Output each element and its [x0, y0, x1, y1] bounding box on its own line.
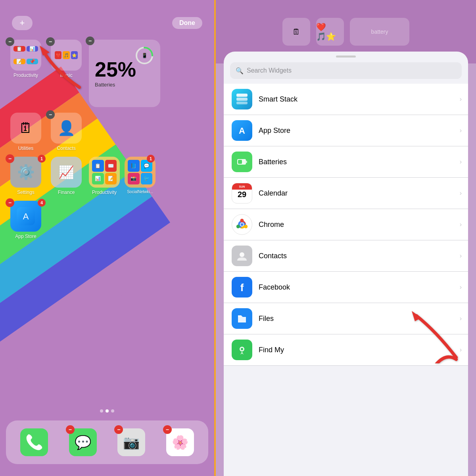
svg-text:f: f: [240, 282, 244, 294]
done-button[interactable]: Done: [172, 17, 202, 29]
widget-item-contacts[interactable]: Contacts ›: [224, 240, 468, 272]
settings-wrap[interactable]: − ⚙️ 1 Settings: [8, 157, 44, 195]
productivity2-folder-icon: 📋 ✉️ 📊 📝: [89, 157, 120, 188]
appstore-icon: A: [10, 201, 41, 232]
remove-dot-messages[interactable]: −: [66, 425, 75, 434]
svg-rect-11: [246, 161, 247, 163]
remove-dot-photos[interactable]: −: [163, 425, 172, 434]
chrome-icon: [232, 214, 252, 235]
chrome-svg: [234, 217, 250, 232]
contacts-wrap[interactable]: − 👤 Contacts: [48, 113, 84, 151]
left-panel: + Done − 📋 📊 📝 📌 Productivity: [0, 0, 214, 476]
facebook-svg: f: [236, 281, 248, 294]
preview-icon-1: 🗓: [282, 18, 310, 46]
dock-messages-wrap: − 💬: [69, 428, 97, 456]
widget-item-facebook[interactable]: f Facebook ›: [224, 272, 468, 303]
folder-mini-1: 📋: [13, 46, 25, 52]
facebook-icon: f: [232, 277, 252, 298]
remove-dot-batteries[interactable]: −: [86, 36, 94, 45]
social-label: SocialNetwki...: [127, 190, 153, 194]
widget-item-app-store[interactable]: A App Store ›: [224, 115, 468, 146]
folder-mini-2: 📊: [27, 46, 38, 52]
music-folder-wrap[interactable]: − ❤️ 🎵 ⭐ Music: [48, 40, 84, 78]
remove-dot-appstore[interactable]: −: [6, 198, 14, 207]
search-icon: 🔍: [236, 67, 244, 75]
remove-dot-music[interactable]: −: [46, 37, 55, 46]
remove-dot-settings[interactable]: −: [6, 154, 14, 163]
svg-text:A: A: [23, 211, 29, 221]
files-icon: [232, 308, 252, 329]
finance-wrap[interactable]: 📈 Finance: [48, 157, 84, 195]
widget-item-calendar[interactable]: SUN 29 Calendar ›: [224, 178, 468, 209]
widget-list: Smart Stack › A App Store ›: [224, 84, 468, 476]
find-my-name: Find My: [259, 346, 284, 354]
calendar-name: Calendar: [259, 189, 288, 198]
batteries-chevron: ›: [460, 158, 462, 165]
utilities-label: Utilities: [18, 146, 34, 151]
battery-widget-label: Batteries: [95, 82, 115, 88]
facebook-name: Facebook: [259, 283, 290, 292]
calendar-day: SUN: [239, 185, 245, 188]
row-3: − ⚙️ 1 Settings 📈 Finance 📋 ✉️ 📊: [8, 157, 206, 195]
svg-point-20: [240, 252, 244, 257]
files-svg: [236, 312, 248, 325]
social-wrap[interactable]: 1 📘 💬 📸 🐦 SocialNetwki...: [125, 157, 155, 194]
widget-item-batteries[interactable]: Batteries ›: [224, 146, 468, 178]
widget-item-smart-stack[interactable]: Smart Stack ›: [224, 84, 468, 115]
svg-rect-6: [236, 94, 248, 97]
batteries-widget[interactable]: − 📱 25% Batteries: [89, 40, 160, 107]
utilities-wrap[interactable]: 🗓 Utilities: [8, 113, 44, 151]
add-widget-button[interactable]: +: [12, 16, 33, 30]
top-bar: + Done: [0, 16, 214, 30]
widget-item-chrome[interactable]: Chrome ›: [224, 209, 468, 240]
dock-phone[interactable]: 📞: [20, 428, 48, 456]
page-dots: [0, 409, 214, 413]
dot-1: [100, 409, 103, 413]
dock: 📞 − 💬 − 📷 − 🌸: [6, 420, 208, 464]
p2-mini-4: 📝: [105, 173, 117, 185]
dot-2-active: [106, 409, 109, 413]
finance-label: Finance: [58, 190, 75, 195]
svg-point-15: [240, 219, 244, 223]
find-my-icon: [232, 340, 252, 360]
calendar-top: SUN: [232, 183, 252, 190]
app-store-chevron: ›: [460, 127, 462, 134]
productivity2-label: Productivity: [92, 190, 117, 195]
svg-point-17: [236, 225, 240, 228]
contacts-icon: 👤: [51, 113, 82, 144]
remove-dot-contacts[interactable]: −: [46, 110, 55, 119]
batteries-list-name: Batteries: [259, 158, 287, 166]
search-bar[interactable]: 🔍 Search Widgets: [230, 62, 462, 79]
remove-dot-productivity[interactable]: −: [6, 37, 14, 46]
settings-badge: 1: [38, 155, 46, 163]
app-grid: − 📋 📊 📝 📌 Productivity − ❤️ 🎵 ⭐ Music: [8, 40, 206, 245]
music-label: Music: [60, 73, 72, 78]
svg-rect-8: [236, 102, 248, 104]
app-store-svg: A: [236, 124, 248, 137]
music-mini-star: ⭐: [71, 51, 78, 59]
dot-3: [111, 409, 114, 413]
smart-stack-name: Smart Stack: [259, 95, 298, 104]
svg-point-23: [241, 348, 243, 350]
right-panel: 🗓 ❤️🎵⭐ battery 🔍 Search Widgets: [216, 0, 476, 476]
dock-camera-wrap: − 📷: [117, 428, 145, 456]
contacts-svg: [236, 250, 248, 262]
facebook-chevron: ›: [460, 284, 462, 291]
widget-item-files[interactable]: Files ›: [224, 303, 468, 334]
appstore-label: App Store: [15, 234, 36, 239]
svg-text:A: A: [239, 126, 245, 136]
p2-mini-1: 📋: [92, 160, 104, 172]
battery-percent-value: 25%: [95, 59, 136, 80]
dock-photos-wrap: − 🌸: [166, 428, 194, 456]
files-chevron: ›: [460, 315, 462, 322]
sn-mini-1: 📘: [128, 160, 140, 172]
widget-item-find-my[interactable]: Find My ›: [224, 334, 468, 366]
search-placeholder: Search Widgets: [247, 67, 292, 74]
contacts-chevron: ›: [460, 252, 462, 259]
files-name: Files: [259, 315, 274, 323]
appstore-wrap[interactable]: − A 4 App Store: [8, 201, 44, 239]
chrome-name: Chrome: [259, 221, 284, 229]
productivity-folder-wrap[interactable]: − 📋 📊 📝 📌 Productivity: [8, 40, 44, 78]
productivity2-wrap[interactable]: 📋 ✉️ 📊 📝 Productivity: [89, 157, 120, 195]
music-mini-heart: ❤️: [55, 51, 61, 59]
